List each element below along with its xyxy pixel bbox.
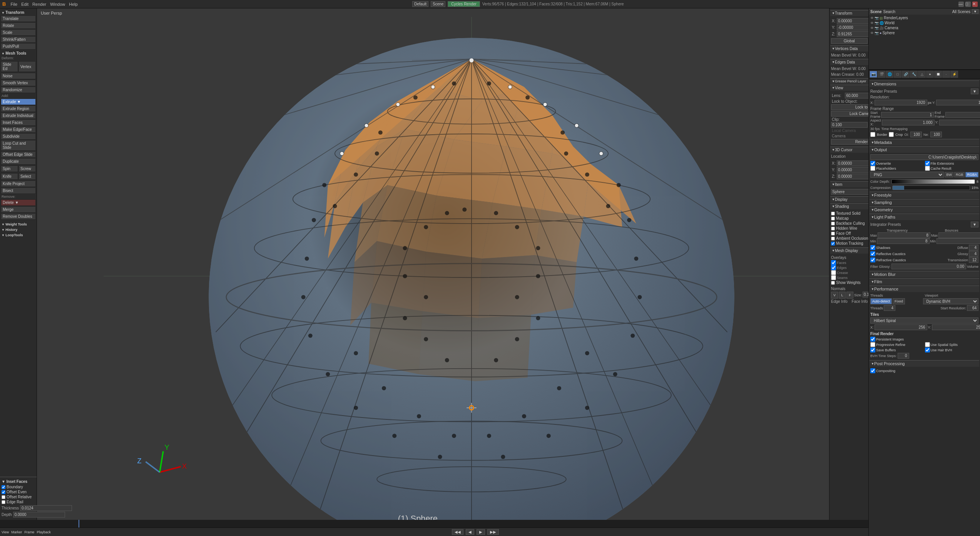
filter-glossy-input[interactable] (891, 264, 966, 269)
progressive-refine-checkbox[interactable] (870, 342, 875, 347)
persistent-images-checkbox[interactable] (870, 337, 875, 342)
geometry-section[interactable]: Geometry (870, 206, 979, 213)
edges-overlay-checkbox[interactable] (831, 265, 836, 270)
tool-rotate[interactable]: Rotate (1, 22, 36, 29)
max-trans-input[interactable] (878, 232, 930, 238)
crop-checkbox[interactable] (889, 132, 894, 137)
material-icon[interactable]: ● (926, 71, 934, 78)
tool-pushpull[interactable]: Push/Pull (1, 43, 36, 50)
tool-loop-cut[interactable]: Loop Cut and Slide (1, 140, 36, 151)
sampling-section[interactable]: Sampling (870, 199, 979, 205)
file-ext-checkbox[interactable] (925, 161, 930, 166)
particles-icon[interactable]: · (942, 71, 950, 78)
tool-knife[interactable]: Knife (1, 173, 18, 180)
tool-shrinkfatten[interactable]: Shrink/Fatten (1, 36, 36, 43)
ne-input[interactable] (930, 132, 942, 137)
texture-icon[interactable]: 🔲 (934, 71, 942, 78)
motion-tracking-checkbox[interactable] (831, 242, 835, 245)
tool-slide-edge[interactable]: Slide Ed (1, 61, 18, 72)
border-checkbox[interactable] (870, 132, 875, 137)
aspect-x-input[interactable] (882, 120, 935, 125)
oi-input[interactable] (910, 132, 922, 137)
start-res-input[interactable] (967, 305, 978, 311)
tool-remove-doubles[interactable]: Remove Doubles (1, 213, 36, 220)
physics-icon[interactable]: ⚡ (950, 71, 958, 78)
start-frame-input[interactable] (881, 112, 934, 118)
step-forward-btn[interactable]: ▶▶ (487, 529, 499, 535)
end-frame-input[interactable] (945, 112, 980, 118)
transmission-input[interactable] (969, 257, 978, 263)
tool-extrude[interactable]: Extrude ▼ (1, 99, 36, 105)
reflective-caustics-checkbox[interactable] (870, 251, 875, 256)
engine-selector[interactable]: Cycles Render (448, 1, 480, 7)
rgb-btn[interactable]: RGB (954, 172, 965, 177)
scene-selector[interactable]: Scene (431, 1, 445, 7)
weight-tools-header[interactable]: Weight Tools (1, 221, 36, 227)
tool-scale[interactable]: Scale (1, 29, 36, 36)
res-y-input[interactable] (936, 100, 980, 105)
tool-vertex[interactable]: Vertex (18, 61, 36, 72)
threads-input[interactable] (884, 305, 895, 311)
screen-selector[interactable]: Default (412, 1, 428, 7)
object-prop-icon[interactable]: □ (894, 71, 901, 78)
faces-checkbox[interactable] (831, 260, 836, 265)
world-eye-icon[interactable]: 👁 (870, 21, 874, 25)
hidden-wire-checkbox[interactable] (831, 227, 835, 230)
output-path-input[interactable] (870, 154, 978, 160)
matcap-checkbox[interactable] (831, 217, 835, 220)
freestyle-section[interactable]: Freestyle (870, 192, 979, 198)
world-camera-icon[interactable]: 📷 (875, 21, 879, 25)
tool-knife-project[interactable]: Knife Project (1, 180, 36, 187)
tool-extrude-individual[interactable]: Extrude Individual (1, 112, 36, 119)
hair-bvh-checkbox[interactable] (925, 347, 930, 352)
camera-camera-icon[interactable]: 📷 (875, 26, 879, 30)
renderlayers-camera-icon[interactable]: 📷 (875, 16, 879, 20)
play-btn[interactable]: ▶ (477, 529, 485, 535)
format-select[interactable]: PNG (870, 172, 944, 178)
tool-subdivide[interactable]: Subdivide (1, 133, 36, 140)
offset-relative-checkbox[interactable] (2, 495, 5, 499)
seams-checkbox[interactable] (831, 275, 836, 280)
tool-smooth-vertex[interactable]: Smooth Vertex (1, 80, 36, 86)
modifiers-icon[interactable]: 🔧 (910, 71, 918, 78)
tool-make-edge-face[interactable]: Make Edge/Face (1, 126, 36, 133)
prev-frame-btn[interactable]: ◀◀ (452, 529, 463, 535)
tool-select-knife[interactable]: Select (18, 173, 36, 180)
history-header[interactable]: History (1, 227, 36, 232)
light-paths-section[interactable]: Light Paths (870, 214, 979, 220)
placeholders-checkbox[interactable] (870, 166, 875, 171)
clip-start-input[interactable] (831, 122, 868, 128)
tile-x-input[interactable] (875, 324, 927, 330)
textured-solid-checkbox[interactable] (831, 212, 835, 215)
outliner-filter-btn[interactable]: ▼ (972, 9, 978, 14)
bvh-steps-input[interactable] (898, 353, 909, 359)
tool-extrude-region[interactable]: Extrude Region (1, 105, 36, 112)
sphere-eye-icon[interactable]: 👁 (870, 31, 874, 35)
backface-culling-checkbox[interactable] (831, 222, 835, 225)
glossy-input[interactable] (969, 251, 978, 257)
overwrite-checkbox[interactable] (870, 161, 875, 166)
tool-duplicate[interactable]: Duplicate (1, 158, 36, 165)
depth-input[interactable] (13, 512, 65, 518)
normals-vert-btn[interactable]: V (831, 292, 838, 299)
tool-offset-edge-slide[interactable]: Offset Edge Slide (1, 151, 36, 158)
metadata-section[interactable]: Metadata (870, 139, 979, 145)
min-trans-input[interactable] (877, 238, 930, 244)
3d-viewport[interactable]: User Persp (37, 8, 906, 520)
maximize-btn[interactable]: □ (965, 2, 971, 7)
mesh-tools-section-header[interactable]: Mesh Tools (1, 50, 36, 56)
tool-delete[interactable]: Delete ▼ (1, 199, 36, 206)
menu-edit[interactable]: Edit (21, 2, 28, 7)
loop-tools-header[interactable]: LoopTools (1, 232, 36, 237)
ambient-occlusion-checkbox[interactable] (831, 237, 835, 240)
close-btn[interactable]: ✕ (972, 2, 978, 7)
res-x-input[interactable] (875, 100, 927, 105)
minimize-btn[interactable]: — (958, 2, 964, 7)
tool-screw[interactable]: Screw (18, 165, 36, 172)
tool-noise[interactable]: Noise (1, 73, 36, 79)
tool-merge[interactable]: Merge (1, 206, 36, 213)
menu-window[interactable]: Window (50, 2, 65, 7)
auto-detect-btn[interactable]: Auto-detect (870, 298, 892, 304)
tool-randomize[interactable]: Randomize (1, 87, 36, 93)
boundary-checkbox[interactable] (2, 485, 5, 489)
